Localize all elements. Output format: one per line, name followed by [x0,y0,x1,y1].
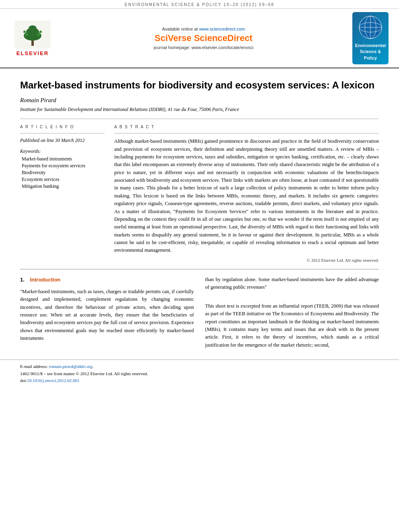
email-link[interactable]: romain.pirard@iddri.org [49,364,92,369]
svg-point-5 [25,33,28,36]
elsevier-tree-icon [14,21,51,49]
divider-3 [114,133,379,134]
journal-badge-area: Environmental Science & Policy [348,12,393,64]
keyword-1: Market-based instruments [22,156,105,162]
copyright-line: © 2012 Elsevier Ltd. All rights reserved… [114,258,379,263]
footer-issn: 1462-9011/$ – see front matter © 2012 El… [20,370,379,378]
sciverse-logo: SciVerse ScienceDirect [154,33,252,43]
footer: E-mail address: romain.pirard@iddri.org.… [0,359,399,388]
svg-point-6 [37,33,40,36]
keyword-4: Ecosystem services [22,177,105,183]
doi-link[interactable]: 10.1016/j.envsci.2012.02.001 [27,378,79,383]
svg-point-8 [39,31,42,33]
abstract-col: A B S T R A C T Although market-based in… [114,123,379,263]
article-info-abstract: A R T I C L E I N F O Published on line … [20,123,379,263]
intro-section: 1. Introduction "Market-based instrument… [20,276,379,352]
intro-right-col: than by regulation alone. Some market-ba… [205,276,379,352]
keyword-2: Payments for ecosystem services [22,163,105,169]
intro-left-col: 1. Introduction "Market-based instrument… [20,276,194,352]
article-info-col: A R T I C L E I N F O Published on line … [20,123,105,263]
sciencedirect-part: ScienceDirect [194,33,253,43]
intro-heading: 1. Introduction [20,276,194,284]
divider-2 [20,133,105,134]
pub-date: Published on line 30 March 2012 [20,138,105,144]
svg-point-4 [29,25,37,32]
svg-point-7 [23,31,26,33]
intro-title: Introduction [30,277,60,283]
sciencedirect-link[interactable]: www.sciencedirect.com [199,27,245,31]
keyword-5: Mitigation banking [22,183,105,189]
author-affiliation: Institute for Sustainable Development an… [20,106,379,113]
main-content: Market-based instruments for biodiversit… [0,68,399,359]
journal-homepage: journal homepage: www.elsevier.com/locat… [154,45,253,50]
keyword-3: Biodiversity [22,170,105,176]
footer-email: E-mail address: romain.pirard@iddri.org. [20,363,379,370]
abstract-text: Although market-based instruments (MBIs)… [114,138,379,255]
journal-globe-icon [358,15,383,39]
intro-right-text2: This short text is excerpted from an inf… [205,302,379,349]
available-online-text: Available online at www.sciencedirect.co… [162,27,245,31]
abstract-heading: A B S T R A C T [114,125,379,129]
badge-title: Environmental Science & Policy [355,43,386,61]
elsevier-logo-area: ELSEVIER [6,12,59,64]
elsevier-logo: ELSEVIER [14,21,51,56]
elsevier-text: ELSEVIER [16,50,49,56]
homepage-url: www.elsevier.com/locate/envsci [191,45,253,50]
article-info-heading: A R T I C L E I N F O [20,125,105,129]
intro-number: 1. [20,277,25,283]
article-title: Market-based instruments for biodiversit… [20,79,379,91]
author-name: Romain Pirard [20,97,379,104]
sciverse-part: SciVerse [154,33,194,43]
footer-doi: doi:10.1016/j.envsci.2012.02.001 [20,377,379,384]
intro-right-text1: than by regulation alone. Some market-ba… [205,276,379,292]
section-divider [20,269,379,269]
journal-badge: Environmental Science & Policy [352,12,389,64]
keywords-label: Keywords: [20,148,105,154]
divider-1 [20,119,379,119]
banner: ELSEVIER Available online at www.science… [0,9,399,68]
intro-left-text: "Market-based instruments, such as taxes… [20,288,194,343]
journal-header: ENVIRONMENTAL SCIENCE & POLICY 19–20 (20… [0,0,399,9]
banner-center: Available online at www.sciencedirect.co… [63,12,344,64]
